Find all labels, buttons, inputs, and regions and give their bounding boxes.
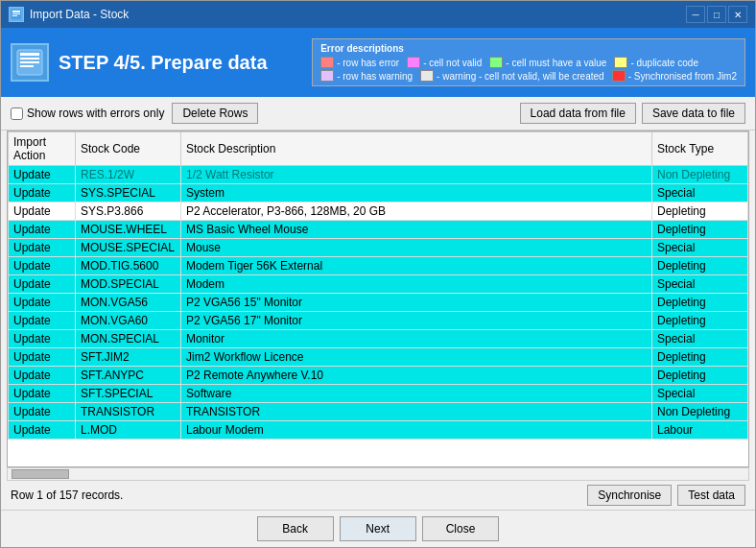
cell-desc: P2 Remote Anywhere V.10	[181, 367, 652, 385]
table-row[interactable]: UpdateMON.SPECIALMonitorSpecial	[9, 330, 748, 348]
cell-action: Update	[9, 367, 76, 385]
close-button[interactable]: ✕	[728, 6, 747, 23]
cell-desc: Labour Modem	[181, 421, 652, 440]
col-header-desc: Stock Description	[181, 132, 652, 166]
table-row[interactable]: UpdateRES.1/2W1/2 Watt ResistorNon Deple…	[9, 166, 748, 184]
cell-type: Depleting	[652, 203, 748, 221]
legend-sync-jim2: - Synchronised from Jim2	[612, 70, 737, 82]
cell-desc: Monitor	[181, 330, 652, 348]
svg-rect-6	[20, 58, 39, 60]
table-row[interactable]: UpdateMON.VGA56P2 VGA56 15" MonitorDeple…	[9, 294, 748, 312]
cell-code: SFT.SPECIAL	[76, 385, 181, 403]
cell-code: SFT.ANYPC	[76, 367, 181, 385]
table-header-row: Import Action Stock Code Stock Descripti…	[9, 132, 748, 166]
synchronise-button[interactable]: Synchronise	[587, 485, 672, 506]
legend-warning-cell: - warning - cell not valid, will be crea…	[420, 70, 604, 82]
cell-desc: Modem	[181, 275, 652, 294]
cell-type: Special	[652, 184, 748, 203]
legend-row-error: - row has error	[320, 57, 399, 68]
minimize-button[interactable]: ─	[686, 6, 705, 23]
load-file-button[interactable]: Load data from file	[520, 103, 636, 124]
table-row[interactable]: UpdateSYS.P3.866P2 Accelerator, P3-866, …	[9, 203, 748, 221]
save-file-button[interactable]: Save data to file	[642, 103, 745, 124]
cell-code: SYS.P3.866	[76, 203, 181, 221]
cell-action: Update	[9, 166, 76, 184]
table-row[interactable]: UpdateSFT.JIM2Jim2 Workflow LicenceDeple…	[9, 348, 748, 367]
cell-type: Depleting	[652, 348, 748, 367]
horizontal-scrollbar[interactable]	[7, 467, 749, 481]
header-section: STEP 4/5. Prepare data Error description…	[1, 28, 755, 97]
cell-desc: P2 VGA56 15" Monitor	[181, 294, 652, 312]
show-errors-container: Show rows with errors only	[11, 107, 164, 120]
cell-type: Labour	[652, 421, 748, 440]
back-button[interactable]: Back	[257, 516, 334, 541]
table-row[interactable]: UpdateMOD.SPECIALModemSpecial	[9, 275, 748, 294]
cell-code: MOD.TIG.5600	[76, 257, 181, 275]
table-row[interactable]: UpdateMON.VGA60P2 VGA56 17" MonitorDeple…	[9, 312, 748, 330]
cell-desc: Modem Tiger 56K External	[181, 257, 652, 275]
cell-desc: System	[181, 184, 652, 203]
footer: Back Next Close	[1, 510, 755, 547]
cell-desc: TRANSISTOR	[181, 403, 652, 421]
table-row[interactable]: UpdateL.MODLabour ModemLabour	[9, 421, 748, 440]
cell-type: Depleting	[652, 367, 748, 385]
cell-type: Depleting	[652, 294, 748, 312]
legend-cell-not-valid: - cell not valid	[407, 57, 482, 68]
main-window: Import Data - Stock ─ □ ✕ STEP 4/5. Prep…	[0, 0, 756, 548]
col-header-action: Import Action	[9, 132, 76, 166]
data-table-container[interactable]: Import Action Stock Code Stock Descripti…	[7, 131, 749, 467]
test-data-button[interactable]: Test data	[677, 485, 745, 506]
show-errors-checkbox[interactable]	[11, 107, 23, 120]
legend-warning-cell-box	[420, 70, 434, 82]
cell-code: TRANSISTOR	[76, 403, 181, 421]
header-icon	[11, 43, 49, 82]
cell-desc: Mouse	[181, 239, 652, 257]
cell-action: Update	[9, 421, 76, 440]
table-row[interactable]: UpdateSYS.SPECIALSystemSpecial	[9, 184, 748, 203]
cell-type: Special	[652, 330, 748, 348]
svg-rect-2	[12, 13, 20, 14]
cell-action: Update	[9, 330, 76, 348]
cell-type: Non Depleting	[652, 403, 748, 421]
cell-action: Update	[9, 348, 76, 367]
table-row[interactable]: UpdateSFT.SPECIALSoftwareSpecial	[9, 385, 748, 403]
cell-action: Update	[9, 294, 76, 312]
cell-action: Update	[9, 275, 76, 294]
svg-rect-5	[20, 53, 39, 56]
legend-row-warning: - row has warning	[320, 70, 413, 82]
cell-code: SFT.JIM2	[76, 348, 181, 367]
cell-type: Depleting	[652, 221, 748, 239]
legend-row-warning-box	[320, 70, 334, 82]
next-button[interactable]: Next	[340, 516, 416, 541]
window-title: Import Data - Stock	[30, 8, 129, 21]
cell-code: SYS.SPECIAL	[76, 184, 181, 203]
table-row[interactable]: UpdateMOUSE.SPECIALMouseSpecial	[9, 239, 748, 257]
legend-cell-not-valid-box	[407, 57, 420, 68]
cell-desc: Software	[181, 385, 652, 403]
legend-sync-jim2-box	[612, 70, 626, 82]
table-row[interactable]: UpdateTRANSISTORTRANSISTORNon Depleting	[9, 403, 748, 421]
error-legend: Error descriptions - row has error - cel…	[312, 38, 745, 86]
table-row[interactable]: UpdateSFT.ANYPCP2 Remote Anywhere V.10De…	[9, 367, 748, 385]
cell-action: Update	[9, 221, 76, 239]
cell-type: Depleting	[652, 312, 748, 330]
legend-duplicate-code: - duplicate code	[614, 57, 698, 68]
svg-rect-7	[20, 61, 39, 63]
scrollbar-thumb[interactable]	[12, 469, 69, 479]
table-row[interactable]: UpdateMOD.TIG.5600Modem Tiger 56K Extern…	[9, 257, 748, 275]
maximize-button[interactable]: □	[707, 6, 726, 23]
cell-code: RES.1/2W	[76, 166, 181, 184]
close-button-footer[interactable]: Close	[422, 516, 500, 541]
delete-rows-button[interactable]: Delete Rows	[172, 103, 258, 124]
status-text: Row 1 of 157 records.	[11, 488, 123, 502]
cell-desc: MS Basic Wheel Mouse	[181, 221, 652, 239]
cell-action: Update	[9, 385, 76, 403]
cell-type: Special	[652, 385, 748, 403]
cell-desc: P2 Accelerator, P3-866, 128MB, 20 GB	[181, 203, 652, 221]
cell-type: Non Depleting	[652, 166, 748, 184]
svg-rect-3	[12, 15, 17, 16]
table-body: UpdateRES.1/2W1/2 Watt ResistorNon Deple…	[9, 166, 748, 440]
table-row[interactable]: UpdateMOUSE.WHEELMS Basic Wheel MouseDep…	[9, 221, 748, 239]
status-bar: Row 1 of 157 records. Synchronise Test d…	[1, 481, 755, 510]
legend-cell-must-have-value-box	[489, 57, 503, 68]
